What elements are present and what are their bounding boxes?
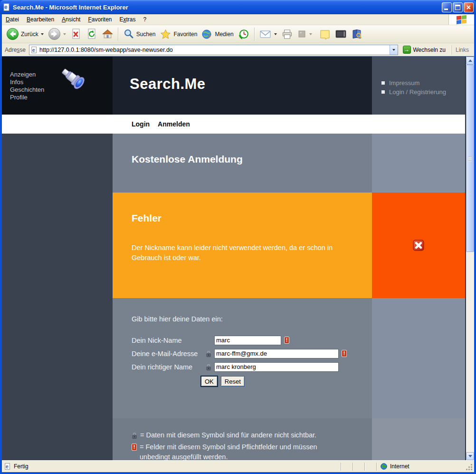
form-row-email: Deine e-Mail-Adresse !: [132, 348, 372, 358]
back-icon: [6, 28, 19, 40]
home-button[interactable]: [100, 27, 115, 41]
menu-datei[interactable]: Datei: [2, 14, 23, 25]
nav-geschichten[interactable]: Geschichten: [10, 86, 44, 94]
address-dropdown-button[interactable]: [390, 45, 398, 55]
minimize-button[interactable]: [442, 2, 452, 12]
mail-button[interactable]: [257, 28, 279, 40]
form-row-realname: Dein richtiger Name: [132, 362, 372, 372]
page-title: Kostenlose Anmeldung: [132, 154, 372, 165]
title-bar[interactable]: e Search.Me - Microsoft Internet Explore…: [0, 0, 476, 14]
nav-profile[interactable]: Profile: [10, 94, 44, 101]
lock-icon: [206, 363, 211, 371]
nickname-input[interactable]: [214, 336, 281, 345]
search-button[interactable]: Suchen: [121, 28, 158, 41]
nav-infos[interactable]: Infos: [10, 78, 44, 86]
bullet-icon: [381, 81, 385, 85]
error-panel: Fehler Der Nickname kann leider nicht ve…: [113, 193, 372, 298]
email-input[interactable]: [214, 349, 339, 358]
svg-text:e: e: [32, 47, 35, 52]
page-viewport: Anzeigen Infos Geschichten Profile: [2, 56, 474, 460]
chevron-down-icon: [392, 49, 395, 51]
ie-icon: e: [3, 3, 10, 11]
forward-dropdown-icon: [63, 33, 66, 35]
link-login-registrierung[interactable]: Login / Registrierung: [372, 87, 465, 97]
address-label: Adresse: [4, 47, 27, 53]
forward-icon: [48, 28, 61, 40]
address-input[interactable]: [39, 46, 387, 54]
scrollbar-thumb[interactable]: [466, 65, 474, 252]
forward-button[interactable]: [46, 27, 68, 41]
media-icon: ♪: [201, 29, 213, 40]
scroll-up-button[interactable]: [466, 57, 474, 65]
toolbar-separator: [118, 28, 119, 41]
toolbar-separator: [254, 28, 255, 41]
fullscreen-button[interactable]: [333, 28, 349, 40]
page-ie-icon: e: [4, 463, 11, 470]
scroll-down-button[interactable]: [466, 452, 474, 460]
status-pane: [364, 463, 376, 471]
history-icon: [238, 28, 250, 40]
error-message: Der Nickname kann leider nicht verwendet…: [132, 243, 351, 263]
menu-favoriten[interactable]: Favoriten: [84, 14, 115, 25]
maximize-button[interactable]: [453, 2, 463, 12]
messenger-button[interactable]: [317, 28, 333, 41]
close-button[interactable]: ×: [464, 2, 474, 12]
menu-help[interactable]: ?: [140, 14, 151, 25]
print-button[interactable]: [279, 28, 295, 41]
links-bar[interactable]: Links: [451, 45, 473, 55]
media-button[interactable]: ♪ Medien: [200, 28, 235, 41]
stop-button[interactable]: [68, 27, 84, 41]
required-icon: !: [132, 444, 137, 451]
realname-input[interactable]: [214, 362, 339, 372]
menu-bar: Datei Bearbeiten Ansicht Favoriten Extra…: [2, 14, 474, 25]
menu-ansicht[interactable]: Ansicht: [58, 14, 84, 25]
go-button[interactable]: → Wechseln zu: [400, 45, 448, 55]
status-pane: [341, 463, 352, 471]
right-column-panel: [372, 298, 465, 418]
back-button[interactable]: Zurück: [4, 27, 46, 41]
menu-extras[interactable]: Extras: [116, 14, 140, 25]
mail-icon: [259, 29, 272, 39]
right-column-panel: [372, 418, 465, 460]
nickname-label: Dein Nick-Name: [132, 337, 206, 344]
legend-lock-row: = Daten mit diesem Symbol sind für ander…: [132, 430, 372, 442]
svg-text:e: e: [4, 4, 8, 10]
client-area: Datei Bearbeiten Ansicht Favoriten Extra…: [2, 14, 474, 472]
refresh-button[interactable]: [84, 27, 99, 41]
form-row-nickname: Dein Nick-Name !: [132, 335, 372, 345]
realname-label: Dein richtiger Name: [132, 363, 206, 371]
resize-grip[interactable]: [466, 462, 473, 471]
address-bar: Adresse e → Wechseln zu Links: [2, 43, 474, 56]
edit-icon: [297, 29, 307, 39]
history-button[interactable]: [236, 27, 252, 41]
stop-icon: [70, 28, 82, 40]
status-text: Fertig: [14, 463, 29, 470]
address-field[interactable]: e: [29, 45, 398, 55]
telescope-icon: [57, 66, 94, 96]
favorites-button[interactable]: Favoriten: [158, 28, 199, 41]
fullscreen-monitor-icon: [335, 29, 347, 39]
subnav-anmelden[interactable]: Anmelden: [158, 120, 190, 128]
research-book-icon: [351, 29, 362, 40]
email-label: Deine e-Mail-Adresse: [132, 350, 206, 358]
error-title: Fehler: [132, 213, 353, 224]
search-icon: [123, 29, 134, 40]
refresh-icon: [86, 28, 97, 40]
edit-button[interactable]: [295, 29, 314, 40]
ok-button[interactable]: OK: [201, 376, 218, 387]
reset-button[interactable]: Reset: [221, 376, 245, 387]
header-main-panel: Search.Me: [113, 57, 372, 115]
internet-globe-icon: [381, 463, 387, 470]
nav-anzeigen[interactable]: Anzeigen: [10, 71, 44, 78]
section-title-panel: Kostenlose Anmeldung: [113, 134, 372, 193]
vertical-scrollbar[interactable]: [466, 57, 474, 460]
page-ie-icon: e: [31, 47, 38, 53]
legend-lock-text: = Daten mit diesem Symbol sind für ander…: [140, 430, 349, 440]
subnav-login[interactable]: Login: [132, 120, 150, 128]
bullet-icon: [381, 90, 385, 94]
right-column-panel: [372, 134, 465, 193]
print-icon: [281, 29, 293, 40]
link-impressum[interactable]: Impressum: [372, 78, 465, 87]
menu-bearbeiten[interactable]: Bearbeiten: [23, 14, 58, 25]
research-button[interactable]: [349, 28, 364, 41]
